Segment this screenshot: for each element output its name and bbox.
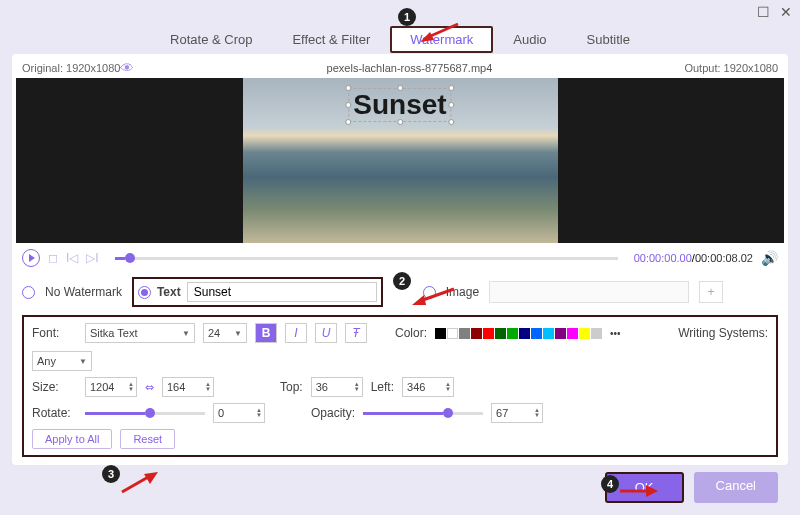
annotation-arrow-4: [618, 482, 658, 500]
font-label: Font:: [32, 326, 77, 340]
underline-button[interactable]: U: [315, 323, 337, 343]
font-size-select[interactable]: 24▼: [203, 323, 247, 343]
svg-line-4: [122, 476, 150, 492]
tab-effect-filter[interactable]: Effect & Filter: [272, 26, 390, 53]
preview-toggle-icon[interactable]: 👁: [120, 60, 134, 76]
output-resolution: Output: 1920x1080: [684, 62, 778, 74]
timeline-scrubber[interactable]: [115, 257, 618, 260]
original-resolution: Original: 1920x1080: [22, 62, 120, 74]
color-label: Color:: [395, 326, 427, 340]
main-panel: Original: 1920x1080 👁 pexels-lachlan-ros…: [12, 54, 788, 465]
color-swatch[interactable]: [519, 328, 530, 339]
color-swatch[interactable]: [471, 328, 482, 339]
resize-handle[interactable]: [449, 119, 455, 125]
time-duration: 00:00:08.02: [695, 252, 753, 264]
tab-rotate-crop[interactable]: Rotate & Crop: [150, 26, 272, 53]
color-swatch[interactable]: [543, 328, 554, 339]
no-watermark-label: No Watermark: [45, 285, 122, 299]
filename-label: pexels-lachlan-ross-8775687.mp4: [134, 62, 684, 74]
svg-marker-1: [420, 32, 434, 42]
annotation-badge-3: 3: [102, 465, 120, 483]
watermark-image-input[interactable]: [489, 281, 689, 303]
watermark-overlay[interactable]: Sunset: [348, 88, 451, 122]
color-swatch[interactable]: [435, 328, 446, 339]
resize-handle[interactable]: [345, 119, 351, 125]
color-swatch[interactable]: [579, 328, 590, 339]
cancel-button[interactable]: Cancel: [694, 472, 778, 503]
height-input[interactable]: 164▲▼: [162, 377, 214, 397]
rotate-label: Rotate:: [32, 406, 77, 420]
play-button[interactable]: [22, 249, 40, 267]
top-label: Top:: [280, 380, 303, 394]
tab-subtitle[interactable]: Subtitle: [567, 26, 650, 53]
resize-handle[interactable]: [397, 85, 403, 91]
rotate-slider[interactable]: [85, 412, 205, 415]
color-swatch[interactable]: [447, 328, 458, 339]
annotation-badge-4: 4: [601, 475, 619, 493]
top-input[interactable]: 36▲▼: [311, 377, 363, 397]
color-swatch[interactable]: [495, 328, 506, 339]
more-colors[interactable]: •••: [610, 328, 621, 339]
resize-handle[interactable]: [345, 102, 351, 108]
svg-marker-7: [646, 485, 658, 497]
reset-button[interactable]: Reset: [120, 429, 175, 449]
rotate-input[interactable]: 0▲▼: [213, 403, 265, 423]
tab-audio[interactable]: Audio: [493, 26, 566, 53]
svg-marker-3: [412, 295, 426, 305]
writing-systems-select[interactable]: Any▼: [32, 351, 92, 371]
next-frame-button[interactable]: ▷I: [86, 251, 98, 265]
size-label: Size:: [32, 380, 77, 394]
color-swatch[interactable]: [555, 328, 566, 339]
annotation-arrow-2: [412, 285, 457, 305]
color-swatch[interactable]: [567, 328, 578, 339]
apply-to-all-button[interactable]: Apply to All: [32, 429, 112, 449]
opacity-input[interactable]: 67▲▼: [491, 403, 543, 423]
resize-handle[interactable]: [345, 85, 351, 91]
bold-button[interactable]: B: [255, 323, 277, 343]
opacity-label: Opacity:: [311, 406, 355, 420]
color-swatch[interactable]: [591, 328, 602, 339]
color-swatch[interactable]: [507, 328, 518, 339]
timeline-thumb[interactable]: [125, 253, 135, 263]
italic-button[interactable]: I: [285, 323, 307, 343]
radio-no-watermark[interactable]: [22, 286, 35, 299]
width-input[interactable]: 1204▲▼: [85, 377, 137, 397]
add-image-button[interactable]: +: [699, 281, 723, 303]
color-swatch[interactable]: [483, 328, 494, 339]
left-label: Left:: [371, 380, 394, 394]
annotation-badge-1: 1: [398, 8, 416, 26]
prev-frame-button[interactable]: I◁: [66, 251, 78, 265]
writing-systems-label: Writing Systems:: [678, 326, 768, 340]
resize-handle[interactable]: [449, 85, 455, 91]
opacity-slider[interactable]: [363, 412, 483, 415]
stop-button[interactable]: ◻: [48, 251, 58, 265]
color-swatches: [435, 328, 602, 339]
volume-icon[interactable]: 🔊: [761, 250, 778, 266]
video-preview: Sunset: [16, 78, 784, 243]
left-input[interactable]: 346▲▼: [402, 377, 454, 397]
svg-line-2: [420, 289, 454, 301]
video-frame[interactable]: Sunset: [243, 78, 558, 243]
close-button[interactable]: ✕: [780, 4, 792, 20]
annotation-arrow-1: [420, 22, 460, 42]
strikethrough-button[interactable]: Ŧ: [345, 323, 367, 343]
annotation-arrow-3: [118, 472, 158, 494]
resize-handle[interactable]: [449, 102, 455, 108]
radio-text[interactable]: [138, 286, 151, 299]
text-label: Text: [157, 285, 181, 299]
link-icon[interactable]: ⇔: [145, 381, 154, 394]
watermark-text-input[interactable]: [187, 282, 377, 302]
watermark-properties: Font: Sitka Text▼ 24▼ B I U Ŧ Color: •••…: [22, 315, 778, 457]
tab-bar: Rotate & Crop Effect & Filter Watermark …: [0, 24, 800, 54]
color-swatch[interactable]: [531, 328, 542, 339]
resize-handle[interactable]: [397, 119, 403, 125]
color-swatch[interactable]: [459, 328, 470, 339]
maximize-button[interactable]: ☐: [757, 4, 770, 20]
font-select[interactable]: Sitka Text▼: [85, 323, 195, 343]
annotation-badge-2: 2: [393, 272, 411, 290]
time-current: 00:00:00.00: [634, 252, 692, 264]
